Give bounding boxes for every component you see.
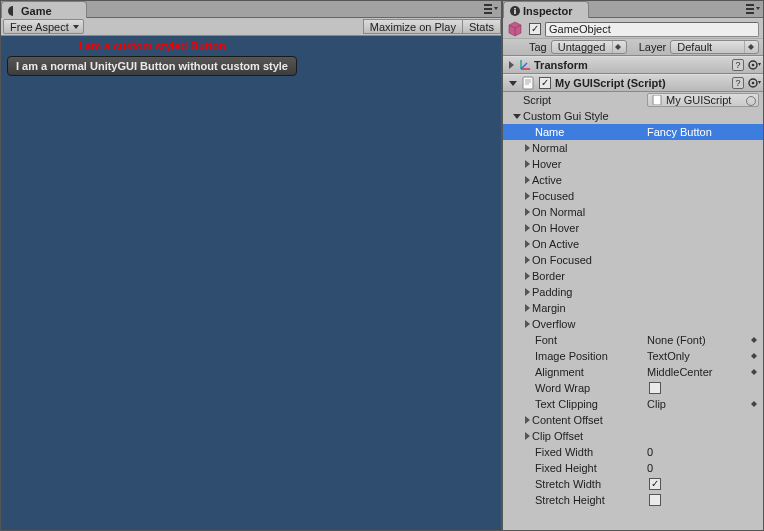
fold-icon	[525, 224, 530, 232]
fixed-width-value[interactable]: 0	[647, 446, 759, 458]
state-label: Focused	[532, 190, 574, 202]
stats-button[interactable]: Stats	[463, 19, 501, 34]
svg-rect-7	[746, 8, 754, 10]
custom-style-label: Custom Gui Style	[523, 110, 609, 122]
inspector-tabbar: Inspector	[503, 1, 763, 18]
enum-arrows-icon[interactable]	[749, 369, 759, 375]
aspect-dropdown[interactable]: Free Aspect	[3, 19, 84, 34]
state-fold-margin[interactable]: Margin	[503, 300, 763, 316]
component-enabled-checkbox[interactable]	[539, 77, 551, 89]
image-position-row: Image Position TextOnly	[503, 348, 763, 364]
font-value[interactable]: None (Font)	[647, 334, 749, 346]
word-wrap-checkbox[interactable]	[649, 382, 661, 394]
normal-button[interactable]: I am a normal UnityGUI Button without cu…	[7, 56, 297, 76]
tag-dropdown[interactable]: Untagged	[551, 40, 627, 54]
name-value: Fancy Button	[647, 126, 759, 138]
state-label: Border	[532, 270, 565, 282]
fold-icon	[509, 61, 514, 69]
name-row[interactable]: Name Fancy Button	[503, 124, 763, 140]
state-label: Margin	[532, 302, 566, 314]
fancy-button[interactable]: I am a custom styled Button	[79, 40, 226, 52]
stats-label: Stats	[469, 21, 494, 33]
name-label: Name	[535, 126, 647, 138]
pacman-icon	[8, 6, 18, 16]
font-picker-icon[interactable]	[749, 337, 759, 343]
state-fold-border[interactable]: Border	[503, 268, 763, 284]
transform-header[interactable]: Transform ?	[503, 56, 763, 74]
maximize-button[interactable]: Maximize on Play	[363, 19, 463, 34]
active-checkbox[interactable]	[529, 23, 541, 35]
custom-style-fold[interactable]: Custom Gui Style	[503, 108, 763, 124]
content-offset-fold[interactable]: Content Offset	[503, 412, 763, 428]
gameobject-icon[interactable]	[507, 21, 523, 37]
inspector-panel: Inspector Tag Untagged	[503, 1, 763, 530]
object-name-input[interactable]	[545, 22, 759, 37]
state-fold-on-hover[interactable]: On Hover	[503, 220, 763, 236]
object-picker-icon[interactable]	[746, 96, 756, 106]
svg-point-19	[752, 82, 755, 85]
state-fold-on-normal[interactable]: On Normal	[503, 204, 763, 220]
alignment-row: Alignment MiddleCenter	[503, 364, 763, 380]
state-fold-active[interactable]: Active	[503, 172, 763, 188]
fixed-height-row: Fixed Height 0	[503, 460, 763, 476]
clip-offset-label: Clip Offset	[532, 430, 583, 442]
state-label: Hover	[532, 158, 561, 170]
state-label: Normal	[532, 142, 567, 154]
fold-icon	[525, 432, 530, 440]
clip-offset-fold[interactable]: Clip Offset	[503, 428, 763, 444]
tag-layer-row: Tag Untagged Layer Default	[503, 38, 763, 56]
stretch-width-checkbox[interactable]	[649, 478, 661, 490]
fold-icon	[525, 240, 530, 248]
state-fold-normal[interactable]: Normal	[503, 140, 763, 156]
script-component-header[interactable]: My GUIScript (Script) ?	[503, 74, 763, 92]
inspector-tab[interactable]: Inspector	[503, 1, 589, 18]
state-fold-on-focused[interactable]: On Focused	[503, 252, 763, 268]
fold-icon	[525, 320, 530, 328]
inspector-tab-label: Inspector	[523, 5, 573, 17]
gear-icon[interactable]	[747, 76, 761, 90]
gear-icon[interactable]	[747, 58, 761, 72]
panel-menu-icon[interactable]	[483, 3, 499, 15]
svg-point-13	[752, 64, 755, 67]
panel-menu-icon[interactable]	[745, 3, 761, 15]
script-field-row: Script My GUIScript	[503, 92, 763, 108]
font-label: Font	[535, 334, 647, 346]
inspector-body: Tag Untagged Layer Default Transform ?	[503, 18, 763, 530]
text-clipping-value[interactable]: Clip	[647, 398, 749, 410]
fold-icon	[525, 256, 530, 264]
image-position-value[interactable]: TextOnly	[647, 350, 749, 362]
game-tab[interactable]: Game	[1, 1, 87, 18]
fold-icon	[525, 288, 530, 296]
enum-arrows-icon[interactable]	[749, 353, 759, 359]
state-fold-overflow[interactable]: Overflow	[503, 316, 763, 332]
state-label: Padding	[532, 286, 572, 298]
layer-dropdown[interactable]: Default	[670, 40, 759, 54]
fixed-height-value[interactable]: 0	[647, 462, 759, 474]
maximize-label: Maximize on Play	[370, 21, 456, 33]
aspect-label: Free Aspect	[10, 21, 69, 33]
svg-line-11	[521, 63, 527, 69]
game-tabbar: Game	[1, 1, 501, 18]
script-icon	[521, 76, 535, 90]
help-icon[interactable]: ?	[731, 76, 745, 90]
text-clipping-label: Text Clipping	[535, 398, 647, 410]
stretch-height-checkbox[interactable]	[649, 494, 661, 506]
state-fold-padding[interactable]: Padding	[503, 284, 763, 300]
word-wrap-row: Word Wrap	[503, 380, 763, 396]
svg-rect-8	[746, 12, 754, 14]
state-fold-focused[interactable]: Focused	[503, 188, 763, 204]
state-label: On Active	[532, 238, 579, 250]
state-fold-on-active[interactable]: On Active	[503, 236, 763, 252]
state-fold-hover[interactable]: Hover	[503, 156, 763, 172]
help-icon[interactable]: ?	[731, 58, 745, 72]
fold-icon	[525, 176, 530, 184]
fixed-width-label: Fixed Width	[535, 446, 647, 458]
alignment-value[interactable]: MiddleCenter	[647, 366, 749, 378]
enum-arrows-icon[interactable]	[749, 401, 759, 407]
font-row: Font None (Font)	[503, 332, 763, 348]
fold-icon	[525, 192, 530, 200]
fold-icon	[513, 114, 521, 119]
script-object-field[interactable]: My GUIScript	[647, 93, 759, 107]
fold-icon	[525, 160, 530, 168]
app-root: Game Free Aspect Maximize on Play Stats …	[0, 0, 764, 531]
